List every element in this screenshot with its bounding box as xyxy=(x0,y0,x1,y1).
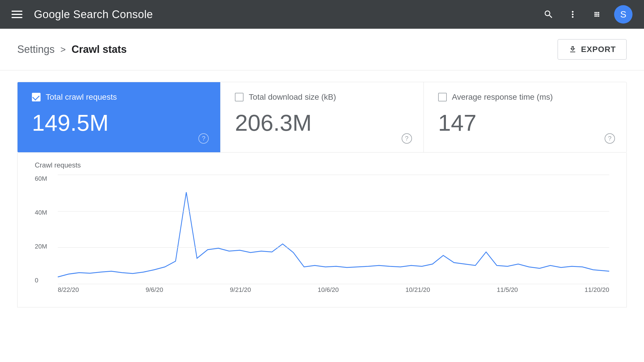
metric-value-total-crawl-requests: 149.5M xyxy=(32,110,206,136)
chart-line xyxy=(58,192,609,277)
chart-x-label-6: 11/20/20 xyxy=(584,286,609,294)
app-title: Google Search Console xyxy=(34,8,153,21)
metric-value-total-download-size: 206.3M xyxy=(235,110,409,136)
chart-x-label-0: 8/22/20 xyxy=(58,286,79,294)
metric-help-total-crawl-requests[interactable]: ? xyxy=(198,133,209,144)
search-icon[interactable] xyxy=(542,7,555,21)
chart-x-label-1: 9/6/20 xyxy=(145,286,163,294)
chart-y-label-20m: 20M xyxy=(35,243,55,250)
header-right: S xyxy=(542,5,632,24)
metric-card-average-response-time[interactable]: Average response time (ms) 147 ? xyxy=(424,82,626,152)
breadcrumb: Settings > Crawl stats xyxy=(17,43,127,55)
breadcrumb-settings-link[interactable]: Settings xyxy=(17,43,55,55)
chart-y-label-40m: 40M xyxy=(35,209,55,216)
metric-value-average-response-time: 147 xyxy=(438,110,612,136)
checkbox-average-response-time[interactable] xyxy=(438,93,447,101)
chart-area: 0 20M 40M 60M 8/22/20 9/6/20 xyxy=(35,175,609,296)
chart-svg xyxy=(58,175,609,284)
metric-help-total-download-size[interactable]: ? xyxy=(402,133,412,144)
main-content: Total crawl requests 149.5M ? Total down… xyxy=(0,70,644,319)
metric-card-header-2: Total download size (kB) xyxy=(235,93,409,102)
chart-y-labels: 0 20M 40M 60M xyxy=(35,175,55,284)
chart-x-label-4: 10/21/20 xyxy=(405,286,430,294)
chart-container: Crawl requests 0 20M 40M 60M xyxy=(17,153,627,307)
export-button[interactable]: EXPORT xyxy=(557,39,627,60)
header-left: Google Search Console xyxy=(12,8,153,21)
grid-line-20m xyxy=(58,247,609,248)
metric-label-average-response-time: Average response time (ms) xyxy=(452,93,553,102)
export-label: EXPORT xyxy=(581,45,616,54)
metric-label-total-crawl-requests: Total crawl requests xyxy=(46,93,117,102)
chart-plot xyxy=(58,175,609,284)
metric-cards: Total crawl requests 149.5M ? Total down… xyxy=(17,82,627,153)
breadcrumb-bar: Settings > Crawl stats EXPORT xyxy=(0,29,644,70)
metric-help-average-response-time[interactable]: ? xyxy=(605,133,615,144)
chart-x-label-5: 11/5/20 xyxy=(497,286,518,294)
metric-card-header-3: Average response time (ms) xyxy=(438,93,612,102)
grid-line-40m xyxy=(58,211,609,211)
metric-card-header-1: Total crawl requests xyxy=(32,93,206,102)
avatar[interactable]: S xyxy=(614,5,632,24)
grid-line-60m xyxy=(58,175,609,175)
chart-y-label-60m: 60M xyxy=(35,175,55,182)
breadcrumb-separator: > xyxy=(60,44,66,55)
breadcrumb-current-page: Crawl stats xyxy=(72,43,127,55)
metric-card-total-download-size[interactable]: Total download size (kB) 206.3M ? xyxy=(221,82,423,152)
chart-title: Crawl requests xyxy=(35,161,609,169)
chart-x-labels: 8/22/20 9/6/20 9/21/20 10/6/20 10/21/20 … xyxy=(58,284,609,296)
more-options-icon[interactable] xyxy=(566,7,580,21)
chart-x-label-2: 9/21/20 xyxy=(230,286,251,294)
apps-icon[interactable] xyxy=(590,7,604,21)
metric-card-total-crawl-requests[interactable]: Total crawl requests 149.5M ? xyxy=(18,82,221,152)
header: Google Search Console S xyxy=(0,0,644,29)
checkbox-total-crawl-requests[interactable] xyxy=(32,93,41,101)
checkbox-total-download-size[interactable] xyxy=(235,93,244,101)
metric-label-total-download-size: Total download size (kB) xyxy=(249,93,336,102)
chart-x-label-3: 10/6/20 xyxy=(318,286,339,294)
chart-y-label-0: 0 xyxy=(35,277,55,284)
export-icon xyxy=(568,45,577,54)
menu-icon[interactable] xyxy=(12,11,22,18)
